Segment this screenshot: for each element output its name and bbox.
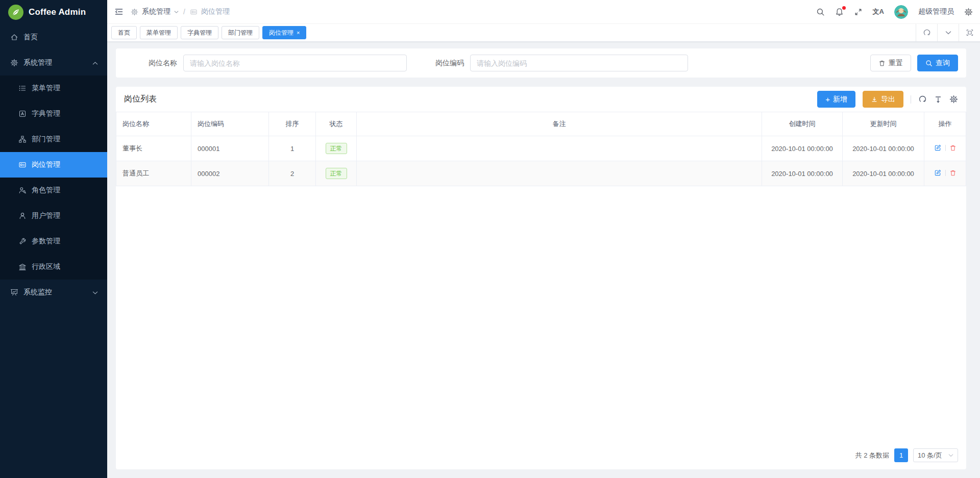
- sidebar-item-param-management[interactable]: 参数管理: [0, 229, 107, 254]
- sidebar-item-home[interactable]: 首页: [0, 24, 107, 50]
- sidebar-item-label: 系统监控: [23, 288, 52, 297]
- post-name-input[interactable]: [183, 55, 407, 71]
- cell-remark: [357, 136, 762, 161]
- settings-gear-icon[interactable]: [964, 8, 973, 16]
- content-fullscreen-icon[interactable]: [959, 24, 980, 41]
- sidebar-item-label: 首页: [23, 33, 38, 42]
- tab-dict-management[interactable]: 字典管理: [181, 26, 218, 39]
- export-button[interactable]: 导出: [863, 91, 903, 108]
- add-button-label: 新增: [833, 95, 847, 104]
- table-row: 普通员工 000002 2 正常 2020-10-01 00:00:00 202…: [116, 161, 966, 186]
- sidebar-item-role-management[interactable]: 角色管理: [0, 178, 107, 203]
- add-button[interactable]: + 新增: [817, 91, 855, 108]
- cell-sort: 1: [269, 136, 316, 161]
- app-root: Coffee Admin 首页 系统管理 菜单管理 字典管理: [0, 0, 980, 478]
- sidebar-item-system-management[interactable]: 系统管理: [0, 50, 107, 76]
- sidebar-collapse-icon[interactable]: [114, 7, 124, 16]
- gear-icon: [10, 59, 18, 67]
- cell-updated-time: 2020-10-01 00:00:00: [843, 136, 924, 161]
- breadcrumb: 系统管理 / 岗位管理: [131, 7, 230, 16]
- bank-icon: [18, 263, 27, 271]
- chevron-down-icon: [948, 454, 953, 457]
- sidebar-item-post-management[interactable]: 岗位管理: [0, 152, 107, 178]
- sidebar-item-system-monitor[interactable]: 系统监控: [0, 280, 107, 305]
- chevron-up-icon: [92, 59, 98, 67]
- delete-icon[interactable]: [949, 169, 957, 177]
- tab-dept-management[interactable]: 部门管理: [222, 26, 259, 39]
- breadcrumb-parent[interactable]: 系统管理: [142, 7, 170, 16]
- dictionary-icon: [18, 110, 27, 118]
- cell-updated-time: 2020-10-01 00:00:00: [843, 161, 924, 186]
- page-size-select[interactable]: 10 条/页: [913, 448, 958, 462]
- tab-menu-chevron-icon[interactable]: [937, 24, 959, 41]
- column-header: 备注: [357, 112, 762, 136]
- row-height-icon[interactable]: [934, 95, 942, 104]
- sidebar-item-label: 部门管理: [32, 135, 60, 144]
- edit-icon[interactable]: [934, 144, 942, 152]
- cell-created-time: 2020-10-01 00:00:00: [762, 161, 843, 186]
- post-table: 岗位名称 岗位编码 排序 状态 备注 创建时间 更新时间 操作 董事长: [116, 112, 966, 186]
- translate-icon[interactable]: 文A: [873, 7, 884, 16]
- sidebar-item-label: 字典管理: [32, 109, 60, 118]
- sidebar-item-label: 角色管理: [32, 186, 60, 195]
- tab-label: 首页: [118, 29, 130, 37]
- main-area: 系统管理 / 岗位管理 文A 超级管理员: [107, 0, 980, 478]
- tab-close-icon[interactable]: ×: [297, 30, 300, 36]
- tab-label: 岗位管理: [269, 29, 293, 37]
- tab-menu-management[interactable]: 菜单管理: [140, 26, 178, 39]
- sidebar-item-label: 参数管理: [32, 237, 60, 246]
- post-code-label: 岗位编码: [435, 59, 464, 68]
- post-code-input[interactable]: [470, 55, 688, 71]
- column-settings-gear-icon[interactable]: [949, 95, 958, 104]
- column-header: 操作: [924, 112, 966, 136]
- cell-post-name: 董事长: [116, 136, 191, 161]
- reset-button-label: 重置: [889, 59, 903, 68]
- list-icon: [18, 84, 27, 92]
- app-title: Coffee Admin: [29, 7, 86, 17]
- sidebar-item-dept-management[interactable]: 部门管理: [0, 127, 107, 152]
- column-header: 岗位编码: [191, 112, 269, 136]
- post-name-label: 岗位名称: [149, 59, 177, 68]
- fullscreen-icon[interactable]: [854, 8, 863, 16]
- sidebar-item-menu-management[interactable]: 菜单管理: [0, 76, 107, 101]
- monitor-board-icon: [10, 288, 18, 296]
- sidebar-item-admin-region[interactable]: 行政区域: [0, 254, 107, 280]
- chevron-down-icon: [92, 288, 98, 296]
- status-badge: 正常: [326, 168, 347, 179]
- tab-post-management[interactable]: 岗位管理 ×: [262, 26, 306, 39]
- avatar[interactable]: [894, 5, 908, 19]
- refresh-icon[interactable]: [916, 24, 937, 41]
- cell-post-code: 000002: [191, 161, 269, 186]
- search-button[interactable]: 查询: [917, 55, 958, 71]
- notification-bell-icon[interactable]: [835, 8, 844, 16]
- search-button-label: 查询: [936, 59, 950, 68]
- sidebar-item-dict-management[interactable]: 字典管理: [0, 101, 107, 127]
- current-user-name[interactable]: 超级管理员: [918, 7, 954, 16]
- sidebar-item-label: 菜单管理: [32, 84, 60, 93]
- user-icon: [18, 212, 27, 220]
- app-logo[interactable]: Coffee Admin: [0, 0, 107, 24]
- home-icon: [10, 33, 18, 41]
- tab-home[interactable]: 首页: [111, 26, 137, 39]
- trash-icon: [878, 60, 886, 67]
- delete-icon[interactable]: [949, 144, 957, 152]
- cell-post-code: 000001: [191, 136, 269, 161]
- sidebar-item-label: 行政区域: [32, 262, 60, 271]
- reset-button[interactable]: 重置: [870, 55, 911, 71]
- cell-created-time: 2020-10-01 00:00:00: [762, 136, 843, 161]
- chevron-down-icon: [174, 10, 179, 14]
- leaf-logo-icon: [8, 5, 23, 20]
- column-header: 状态: [316, 112, 357, 136]
- top-header: 系统管理 / 岗位管理 文A 超级管理员: [107, 0, 980, 24]
- search-icon[interactable]: [816, 8, 825, 16]
- edit-icon[interactable]: [934, 169, 942, 177]
- export-button-label: 导出: [881, 95, 895, 104]
- table-row: 董事长 000001 1 正常 2020-10-01 00:00:00 2020…: [116, 136, 966, 161]
- sidebar-item-user-management[interactable]: 用户管理: [0, 203, 107, 229]
- org-chart-icon: [18, 135, 27, 143]
- sidebar-item-label: 系统管理: [23, 58, 52, 67]
- plus-icon: +: [825, 95, 830, 103]
- table-refresh-icon[interactable]: [918, 95, 927, 104]
- page-number-button[interactable]: 1: [894, 448, 908, 462]
- card-header: 岗位列表 + 新增 导出: [116, 87, 966, 112]
